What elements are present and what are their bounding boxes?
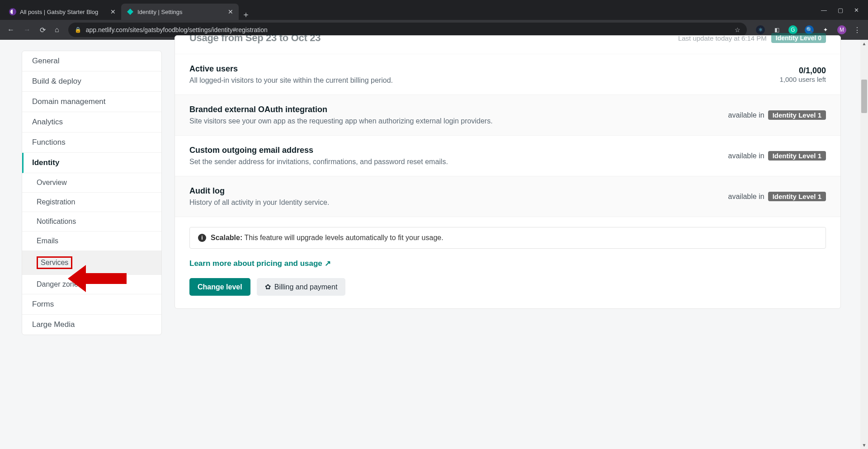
feature-count-remaining: 1,000 users left xyxy=(779,76,826,83)
scroll-up-icon[interactable]: ▲ xyxy=(860,40,868,47)
scroll-thumb[interactable] xyxy=(861,80,867,113)
scalable-callout: i Scalable: This feature will upgrade le… xyxy=(189,227,826,249)
gatsby-favicon xyxy=(9,8,16,15)
sidebar-sub-danger[interactable]: Danger zone xyxy=(22,275,161,294)
action-buttons: Change level ✿ Billing and payment xyxy=(175,278,840,308)
feature-desc: All logged-in visitors to your site with… xyxy=(189,76,393,85)
kebab-menu-icon[interactable]: ⋮ xyxy=(854,26,861,34)
maximize-icon[interactable]: ▢ xyxy=(838,7,843,14)
feature-desc: Set the sender address for invitations, … xyxy=(189,158,448,166)
close-window-icon[interactable]: ✕ xyxy=(854,7,859,14)
sidebar-item-label: Identity xyxy=(32,158,59,167)
sidebar-item-analytics[interactable]: Analytics xyxy=(22,112,161,132)
sidebar-item-label: Emails xyxy=(37,237,58,245)
page-body: General Build & deploy Domain management… xyxy=(0,40,868,449)
feature-count: 0/1,000 xyxy=(779,66,826,76)
gear-icon: ✿ xyxy=(265,283,271,291)
browser-tabs: All posts | Gatsby Starter Blog ✕ Identi… xyxy=(0,0,868,20)
sidebar-sub-overview[interactable]: Overview xyxy=(22,173,161,193)
back-icon[interactable]: ← xyxy=(7,26,14,34)
learn-more-text: Learn more about pricing and usage xyxy=(189,259,322,268)
browser-tab-title: Identity | Settings xyxy=(137,9,224,15)
available-in-label: available in xyxy=(728,152,764,160)
billing-button[interactable]: ✿ Billing and payment xyxy=(257,278,346,296)
external-link-icon: ↗ xyxy=(325,259,331,268)
button-label: Billing and payment xyxy=(274,283,338,291)
feature-level-badge: Identity Level 1 xyxy=(768,192,826,201)
new-tab-button[interactable]: ＋ xyxy=(239,9,253,20)
feature-title: Audit log xyxy=(189,186,329,196)
callout-label: Scalable: xyxy=(211,234,242,241)
sidebar-item-label: Build & deploy xyxy=(32,77,81,85)
sidebar-item-label: Large Media xyxy=(32,320,75,329)
home-icon[interactable]: ⌂ xyxy=(55,26,59,34)
feature-desc: History of all activity in your Identity… xyxy=(189,199,329,207)
sidebar-item-forms[interactable]: Forms xyxy=(22,294,161,315)
feature-desc: Site visitors see your own app as the re… xyxy=(189,117,493,125)
sidebar-item-label: Danger zone xyxy=(37,280,78,288)
usage-last-update: Last update today at 6:14 PM xyxy=(678,34,767,42)
sidebar-item-functions[interactable]: Functions xyxy=(22,132,161,153)
feature-level-badge: Identity Level 1 xyxy=(768,110,826,120)
forward-icon[interactable]: → xyxy=(24,26,31,34)
sidebar-sub-notifications[interactable]: Notifications xyxy=(22,212,161,232)
reload-icon[interactable]: ⟳ xyxy=(40,26,46,34)
feature-audit-log: Audit log History of all activity in you… xyxy=(175,176,840,217)
sidebar-item-general[interactable]: General xyxy=(22,51,161,71)
info-icon: i xyxy=(198,234,206,242)
feature-title: Custom outgoing email address xyxy=(189,146,448,155)
sidebar-item-label: Overview xyxy=(37,179,67,186)
usage-header: Usage from Sep 23 to Oct 23 Last update … xyxy=(175,32,840,54)
feature-active-users: Active users All logged-in visitors to y… xyxy=(175,54,840,95)
close-icon[interactable]: ✕ xyxy=(110,8,116,15)
minimize-icon[interactable]: — xyxy=(821,7,827,14)
feature-custom-email: Custom outgoing email address Set the se… xyxy=(175,136,840,176)
close-icon[interactable]: ✕ xyxy=(228,8,233,15)
sidebar-sub-emails[interactable]: Emails xyxy=(22,232,161,251)
usage-title: Usage from Sep 23 to Oct 23 xyxy=(189,32,321,44)
feature-title: Branded external OAuth integration xyxy=(189,105,493,114)
lock-icon: 🔒 xyxy=(75,27,81,33)
available-in-label: available in xyxy=(728,193,764,201)
vertical-scrollbar[interactable]: ▲ ▼ xyxy=(860,40,868,449)
sidebar-item-build-deploy[interactable]: Build & deploy xyxy=(22,71,161,92)
sidebar-item-large-media[interactable]: Large Media xyxy=(22,315,161,335)
browser-tab-netlify[interactable]: Identity | Settings ✕ xyxy=(121,4,239,20)
browser-tab-title: All posts | Gatsby Starter Blog xyxy=(20,9,107,15)
netlify-favicon xyxy=(127,8,134,15)
feature-title: Active users xyxy=(189,64,393,74)
button-label: Change level xyxy=(198,283,242,291)
sidebar-item-domain[interactable]: Domain management xyxy=(22,92,161,112)
sidebar-item-label: Registration xyxy=(37,198,75,206)
sidebar-item-label: Functions xyxy=(32,138,66,147)
window-controls: — ▢ ✕ xyxy=(821,0,868,20)
callout-text: This feature will upgrade levels automat… xyxy=(244,234,443,241)
sidebar-sub-services[interactable]: Services xyxy=(22,251,161,275)
sidebar-item-label: Domain management xyxy=(32,97,106,106)
identity-level-badge: Identity Level 0 xyxy=(771,33,826,43)
feature-branded-oauth: Branded external OAuth integration Site … xyxy=(175,95,840,136)
sidebar-item-identity[interactable]: Identity xyxy=(22,153,161,173)
settings-sidebar: General Build & deploy Domain management… xyxy=(22,51,162,335)
feature-level-badge: Identity Level 1 xyxy=(768,151,826,161)
sidebar-item-label: Analytics xyxy=(32,118,63,126)
change-level-button[interactable]: Change level xyxy=(189,278,250,296)
browser-tab-gatsby[interactable]: All posts | Gatsby Starter Blog ✕ xyxy=(4,4,121,20)
sidebar-item-label: General xyxy=(32,57,59,65)
sidebar-item-label: Forms xyxy=(32,300,54,308)
sidebar-item-label: Services xyxy=(37,256,72,269)
main-panel: Usage from Sep 23 to Oct 23 Last update … xyxy=(175,35,841,309)
sidebar-sub-registration[interactable]: Registration xyxy=(22,193,161,212)
learn-more-link[interactable]: Learn more about pricing and usage ↗ xyxy=(189,259,826,268)
available-in-label: available in xyxy=(728,111,764,119)
scroll-down-icon[interactable]: ▼ xyxy=(860,441,868,449)
sidebar-item-label: Notifications xyxy=(37,217,76,225)
